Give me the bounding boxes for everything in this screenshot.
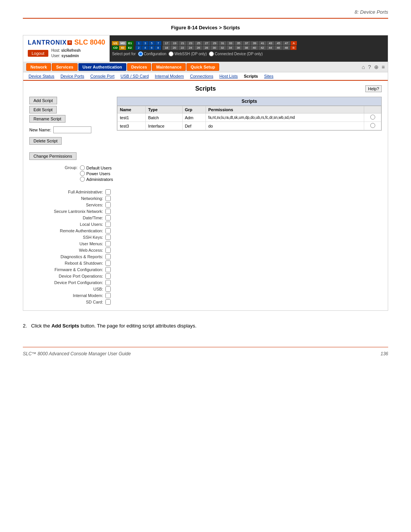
port-29[interactable]: 29: [211, 41, 218, 45]
help-icon[interactable]: ?: [368, 64, 371, 70]
nav-maintenance[interactable]: Maintenance: [152, 63, 186, 71]
sub-nav-host-lists[interactable]: Host Lists: [217, 73, 240, 79]
port-cd[interactable]: CD: [112, 46, 119, 50]
port-41[interactable]: 41: [259, 41, 266, 45]
port-32[interactable]: 32: [218, 46, 226, 50]
port-33[interactable]: 33: [227, 41, 234, 45]
port-35[interactable]: 35: [235, 41, 242, 45]
perm-usb-check[interactable]: [105, 286, 111, 292]
sub-nav-device-status[interactable]: Device Status: [26, 73, 57, 79]
port-22[interactable]: 22: [178, 46, 186, 50]
perm-datetime-check[interactable]: [105, 215, 111, 220]
perm-sln-check[interactable]: [105, 209, 111, 214]
port-45[interactable]: 45: [275, 41, 282, 45]
port-36[interactable]: 36: [234, 46, 242, 50]
port-39[interactable]: 39: [251, 41, 258, 45]
perm-dp-ops-check[interactable]: [105, 273, 111, 279]
port-webssh-radio[interactable]: [169, 51, 174, 56]
perm-dp-config-check[interactable]: [105, 280, 111, 285]
port-25[interactable]: 25: [195, 41, 202, 45]
sub-nav-scripts[interactable]: Scripts: [242, 73, 260, 79]
group-administrators[interactable]: Administrators: [80, 177, 113, 182]
port-30[interactable]: 30: [210, 46, 218, 50]
port-io[interactable]: IO: [119, 46, 126, 50]
sub-nav-device-ports[interactable]: Device Ports: [58, 73, 86, 79]
port-e2[interactable]: E2: [126, 46, 133, 50]
port-8[interactable]: 8: [155, 46, 161, 50]
sub-nav-sites[interactable]: Sites: [262, 73, 276, 79]
port-34[interactable]: 34: [226, 46, 234, 50]
port-47[interactable]: 47: [283, 41, 290, 45]
perm-networking-check[interactable]: [105, 196, 111, 201]
home-icon[interactable]: ⌂: [362, 64, 365, 70]
port-17[interactable]: 17: [163, 41, 170, 45]
port-28[interactable]: 28: [202, 46, 210, 50]
perm-diag-check[interactable]: [105, 254, 111, 259]
nav-user-auth[interactable]: User Authentication: [78, 63, 126, 71]
port-e1[interactable]: E1: [127, 41, 134, 45]
perm-user-menus-check[interactable]: [105, 241, 111, 246]
port-24[interactable]: 24: [186, 46, 194, 50]
sub-nav-console-port[interactable]: Console Port: [88, 73, 117, 79]
group-default-users[interactable]: Default Users: [80, 165, 113, 170]
perm-remote-auth-check[interactable]: [105, 228, 111, 233]
sub-nav-connections[interactable]: Connections: [188, 73, 215, 79]
port-26[interactable]: 26: [194, 46, 202, 50]
port-18[interactable]: 18: [162, 46, 170, 50]
port-20[interactable]: 20: [170, 46, 178, 50]
sub-nav-usb-sd[interactable]: USB / SD Card: [118, 73, 151, 79]
change-permissions-button[interactable]: Change Permissions: [29, 152, 76, 160]
group-power-users[interactable]: Power Users: [80, 171, 113, 176]
port-44[interactable]: 44: [266, 46, 274, 50]
script-radio-1[interactable]: [370, 115, 375, 120]
port-md[interactable]: MD: [119, 41, 126, 45]
perm-services-check[interactable]: [105, 202, 111, 208]
port-43[interactable]: 43: [267, 41, 274, 45]
port-u1[interactable]: U1: [112, 41, 119, 45]
perm-internal-modem-check[interactable]: [105, 293, 111, 298]
port-37[interactable]: 37: [243, 41, 250, 45]
port-3[interactable]: 3: [142, 41, 148, 45]
perm-ssh-keys-check[interactable]: [105, 235, 111, 240]
port-42[interactable]: 42: [258, 46, 266, 50]
port-config-radio[interactable]: [138, 51, 143, 56]
menu-icon[interactable]: ≡: [382, 64, 385, 70]
nav-network[interactable]: Network: [26, 63, 51, 71]
port-6[interactable]: 6: [148, 46, 155, 50]
port-48[interactable]: 48: [282, 46, 290, 50]
rename-script-button[interactable]: Rename Script: [29, 115, 65, 123]
add-script-button[interactable]: Add Script: [29, 97, 57, 104]
port-21[interactable]: 21: [179, 41, 186, 45]
port-19[interactable]: 19: [171, 41, 178, 45]
port-4[interactable]: 4: [142, 46, 148, 50]
new-name-input[interactable]: [53, 126, 91, 133]
port-38[interactable]: 38: [242, 46, 250, 50]
perm-full-admin-check[interactable]: [105, 189, 111, 195]
port-connected-radio[interactable]: [209, 51, 214, 56]
port-27[interactable]: 27: [203, 41, 210, 45]
perm-web-access-check[interactable]: [105, 248, 111, 253]
script-radio-2[interactable]: [370, 123, 375, 128]
group-admin-radio[interactable]: [80, 177, 85, 182]
port-b[interactable]: B: [290, 46, 296, 50]
delete-script-button[interactable]: Delete Script: [29, 137, 62, 145]
port-46[interactable]: 46: [274, 46, 282, 50]
nav-quick-setup[interactable]: Quick Setup: [186, 63, 219, 71]
sub-nav-internal-modem[interactable]: Internal Modem: [153, 73, 186, 79]
port-23[interactable]: 23: [187, 41, 194, 45]
port-1[interactable]: 1: [136, 41, 142, 45]
perm-firmware-check[interactable]: [105, 267, 111, 272]
port-2[interactable]: 2: [135, 46, 142, 50]
port-7[interactable]: 7: [155, 41, 161, 45]
add-icon[interactable]: ⊕: [374, 64, 379, 70]
perm-sd-card-check[interactable]: [105, 299, 111, 305]
perm-local-users-check[interactable]: [105, 222, 111, 227]
group-default-radio[interactable]: [80, 165, 85, 170]
edit-script-button[interactable]: Edit Script: [29, 106, 57, 113]
port-40[interactable]: 40: [250, 46, 258, 50]
port-5[interactable]: 5: [149, 41, 155, 45]
group-power-radio[interactable]: [80, 171, 85, 176]
nav-services[interactable]: Services: [52, 63, 77, 71]
nav-devices[interactable]: Devices: [127, 63, 151, 71]
logout-button[interactable]: Logout: [28, 50, 48, 57]
